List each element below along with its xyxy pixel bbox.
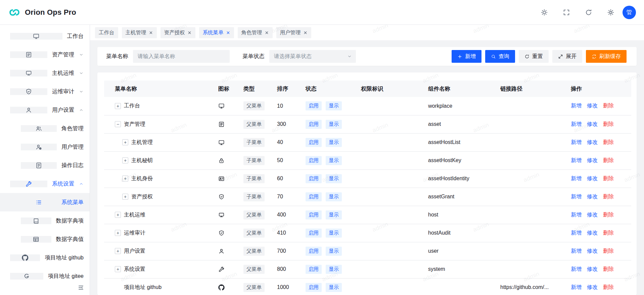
row-action-add[interactable]: 新增 <box>571 194 582 199</box>
menu-name: 工作台 <box>124 102 140 109</box>
sidebar-item[interactable]: 操作日志 <box>0 156 90 175</box>
user-avatar[interactable]: 管 <box>623 6 636 19</box>
type-badge: 子菜单 <box>243 138 265 147</box>
expand-toggle[interactable]: + <box>115 212 121 218</box>
sidebar-item[interactable]: 数据字典项 <box>0 211 90 230</box>
expand-toggle[interactable]: + <box>122 139 128 145</box>
row-action-edit[interactable]: 修改 <box>587 176 598 181</box>
sidebar-item[interactable]: 主机运维 <box>0 64 90 82</box>
row-action-delete[interactable]: 删除 <box>603 121 614 127</box>
sidebar-item[interactable]: 角色管理 <box>0 119 90 138</box>
component-name: user <box>428 248 439 254</box>
sidebar-item[interactable]: 项目地址 gitee <box>0 267 90 285</box>
sidebar-item[interactable]: 资产管理 <box>0 45 90 64</box>
theme-icon[interactable] <box>541 9 548 16</box>
settings-icon[interactable] <box>607 9 614 16</box>
row-action-delete[interactable]: 删除 <box>603 157 614 163</box>
sidebar-item[interactable]: 项目地址 github <box>0 248 90 267</box>
expand-toggle[interactable]: + <box>122 176 128 182</box>
close-icon <box>187 31 192 35</box>
log-icon <box>21 162 57 169</box>
row-action-delete[interactable]: 删除 <box>603 212 614 217</box>
status-badge: 显示 <box>326 138 342 147</box>
github-icon <box>218 284 225 291</box>
row-action-delete[interactable]: 删除 <box>603 284 614 290</box>
refresh-cache-button[interactable]: 刷新缓存 <box>586 50 627 63</box>
menu-status-select[interactable]: 请选择菜单状态 <box>269 50 356 63</box>
row-action-add[interactable]: 新增 <box>571 266 582 272</box>
expand-toggle[interactable]: + <box>115 103 121 109</box>
tab-close-icon[interactable] <box>149 31 153 35</box>
row-action-delete[interactable]: 删除 <box>603 230 614 236</box>
tab[interactable]: 主机管理 <box>122 27 157 38</box>
menu-name-input[interactable] <box>133 50 230 63</box>
row-action-delete[interactable]: 删除 <box>603 248 614 254</box>
sidebar-item[interactable]: 数据字典值 <box>0 230 90 248</box>
tab[interactable]: 用户管理 <box>276 27 311 38</box>
column-header: 状态 <box>306 81 361 97</box>
type-badge: 子菜单 <box>243 174 265 183</box>
row-action-edit[interactable]: 修改 <box>587 139 598 145</box>
row-action-add[interactable]: 新增 <box>571 103 582 108</box>
tab[interactable]: 系统菜单 <box>199 27 234 38</box>
row-action-delete[interactable]: 删除 <box>603 103 614 108</box>
sidebar-item[interactable]: 系统菜单 <box>0 193 90 211</box>
expand-toggle[interactable]: + <box>122 194 128 200</box>
refresh-icon[interactable] <box>585 9 592 16</box>
row-action-add[interactable]: 新增 <box>571 212 582 217</box>
tab-close-icon[interactable] <box>187 31 192 35</box>
sync-icon <box>592 54 597 59</box>
status-badge: 启用 <box>306 138 322 147</box>
row-action-edit[interactable]: 修改 <box>587 248 598 254</box>
row-action-add[interactable]: 新增 <box>571 230 582 236</box>
row-action-delete[interactable]: 删除 <box>603 139 614 145</box>
sidebar-item[interactable]: 工作台 <box>0 27 90 45</box>
status-badge: 显示 <box>326 283 342 292</box>
row-action-add[interactable]: 新增 <box>571 157 582 163</box>
reset-button[interactable]: 重置 <box>519 50 549 63</box>
sidebar-item[interactable]: 系统设置 <box>0 175 90 193</box>
tab-label: 系统菜单 <box>203 29 224 36</box>
fullscreen-icon[interactable] <box>563 9 570 16</box>
menu-fold-icon[interactable] <box>78 284 84 291</box>
expand-button[interactable]: 展开 <box>552 50 582 63</box>
row-action-edit[interactable]: 修改 <box>587 266 598 272</box>
sidebar-item[interactable]: 用户设置 <box>0 101 90 119</box>
tab-close-icon[interactable] <box>303 31 308 35</box>
row-action-delete[interactable]: 删除 <box>603 176 614 181</box>
expand-toggle[interactable]: + <box>115 230 121 236</box>
expand-toggle[interactable]: + <box>115 266 121 272</box>
row-action-add[interactable]: 新增 <box>571 121 582 127</box>
row-action-edit[interactable]: 修改 <box>587 194 598 199</box>
row-action-add[interactable]: 新增 <box>571 248 582 254</box>
row-action-edit[interactable]: 修改 <box>587 284 598 290</box>
row-action-delete[interactable]: 删除 <box>603 266 614 272</box>
component-name: assetGrant <box>428 194 454 199</box>
logo-icon <box>8 6 21 19</box>
row-action-edit[interactable]: 修改 <box>587 103 598 108</box>
tab[interactable]: 工作台 <box>95 27 118 38</box>
tab[interactable]: 角色管理 <box>238 27 273 38</box>
tab-close-icon[interactable] <box>226 31 230 35</box>
status-badge: 显示 <box>326 229 342 238</box>
row-action-edit[interactable]: 修改 <box>587 212 598 217</box>
search-button[interactable]: 查询 <box>485 50 515 63</box>
expand-toggle[interactable]: − <box>115 121 121 127</box>
sidebar-item[interactable]: 运维审计 <box>0 82 90 101</box>
row-action-edit[interactable]: 修改 <box>587 157 598 163</box>
tab-close-icon[interactable] <box>265 31 269 35</box>
expand-toggle[interactable]: + <box>115 248 121 254</box>
add-button[interactable]: 新增 <box>452 50 481 63</box>
row-action-add[interactable]: 新增 <box>571 284 582 290</box>
row-action-edit[interactable]: 修改 <box>587 121 598 127</box>
sidebar-item-label: 用户管理 <box>61 143 84 151</box>
row-action-add[interactable]: 新增 <box>571 139 582 145</box>
row-action-edit[interactable]: 修改 <box>587 230 598 236</box>
tab[interactable]: 资产授权 <box>160 27 195 38</box>
expand-toggle[interactable]: + <box>122 157 128 163</box>
row-action-delete[interactable]: 删除 <box>603 194 614 199</box>
row-action-add[interactable]: 新增 <box>571 176 582 181</box>
table-row: +主机身份子菜单60启用显示assetHostIdentity新增修改删除 <box>104 169 631 188</box>
monitor-icon <box>218 139 225 146</box>
sidebar-item[interactable]: 用户管理 <box>0 138 90 156</box>
